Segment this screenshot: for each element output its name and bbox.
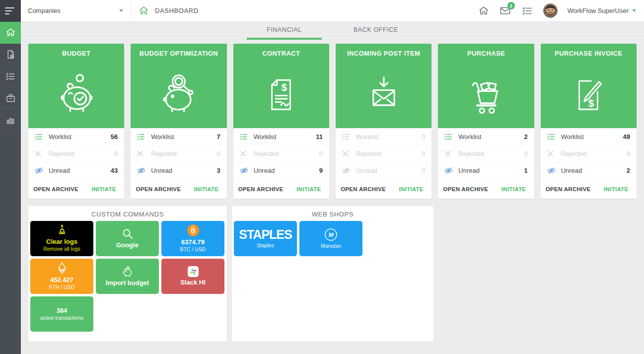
unread-row[interactable]: Unread 9 (233, 162, 329, 179)
worklist-row[interactable]: Worklist 2 (438, 128, 534, 145)
rejected-count: 0 (524, 150, 527, 157)
initiate-button[interactable]: INITIATE (288, 186, 329, 192)
card-footer: OPEN ARCHIVE INITIATE (233, 179, 329, 199)
sidebar-item-dashboard[interactable] (0, 22, 21, 44)
worklist-row[interactable]: Worklist 11 (233, 128, 329, 145)
unread-row[interactable]: Unread 3 (131, 162, 226, 179)
card-title: INCOMING POST ITEM (336, 50, 431, 57)
sidebar-item-new-document[interactable] (0, 44, 21, 66)
tile-google[interactable]: Google (96, 221, 159, 256)
messages-button[interactable]: 2 (500, 5, 511, 17)
home-button[interactable] (478, 5, 490, 17)
user-menu[interactable]: WorkFlow SuperUser (568, 7, 636, 14)
bar-chart-icon (5, 115, 15, 125)
tile-eth-rate[interactable]: 452.427 ETH / USD (30, 259, 93, 294)
open-archive-button[interactable]: OPEN ARCHIVE (233, 186, 288, 192)
open-archive-button[interactable]: OPEN ARCHIVE (28, 186, 83, 192)
worklist-row[interactable]: Worklist 56 (28, 128, 124, 145)
unread-row[interactable]: Unread 43 (28, 162, 124, 179)
rejected-row[interactable]: Rejected 0 (336, 145, 431, 162)
tile-slack-hi[interactable]: Slack HI (161, 259, 224, 294)
worklist-icon (240, 134, 248, 140)
card-purchase-invoice-header[interactable]: PURCHASE INVOICE $ (541, 44, 637, 128)
worklist-menu-button[interactable] (521, 5, 533, 17)
unread-count: 9 (319, 167, 323, 174)
unread-count: 0 (422, 167, 425, 174)
card-purchase-header[interactable]: PURCHASE (438, 44, 534, 128)
open-archive-button[interactable]: OPEN ARCHIVE (438, 186, 493, 192)
unread-eye-slash-icon (342, 167, 351, 174)
initiate-button[interactable]: INITIATE (391, 186, 431, 192)
tile-staples[interactable]: STAPLES Staples (234, 221, 297, 256)
initiate-button[interactable]: INITIATE (83, 186, 124, 192)
card-incoming-post-item: INCOMING POST ITEM (336, 44, 431, 199)
rejected-row[interactable]: Rejected 0 (131, 145, 226, 162)
avatar-photo (543, 3, 558, 18)
dashboard-app: Companies DASHBOARD 2 (0, 0, 644, 354)
tile-clear-logs[interactable]: Clear logs Remove all logs (30, 221, 93, 256)
checklist-icon (522, 5, 533, 16)
svg-text:$: $ (282, 82, 287, 93)
worklist-count: 2 (524, 133, 527, 141)
piggy-bank-magnifier-icon (155, 71, 203, 121)
card-budget-header[interactable]: BUDGET (28, 44, 124, 128)
invoice-pencil-icon: $ (566, 72, 611, 120)
unread-row[interactable]: Unread 2 (541, 162, 637, 179)
unread-eye-slash-icon (547, 167, 556, 174)
open-archive-button[interactable]: OPEN ARCHIVE (336, 186, 391, 192)
rejected-row[interactable]: Rejected 0 (233, 145, 329, 162)
tab-financial[interactable]: FINANCIAL (247, 22, 322, 40)
worklist-icon (547, 134, 556, 140)
tile-btc-rate[interactable]: B 6374.79 BTC / USD (161, 221, 224, 256)
lower-panels: CUSTOM COMMANDS Clear logs Remove all lo… (28, 206, 637, 342)
card-contract-header[interactable]: CONTRACT $ (233, 44, 329, 128)
rejected-row[interactable]: Rejected 0 (438, 145, 534, 162)
user-avatar[interactable] (543, 3, 558, 18)
worklist-row[interactable]: Worklist 7 (131, 128, 226, 145)
unread-count: 3 (216, 167, 220, 174)
unread-eye-slash-icon (137, 167, 145, 174)
bitcoin-icon: B (187, 224, 200, 237)
open-archive-button[interactable]: OPEN ARCHIVE (131, 186, 186, 192)
sidebar-item-worklist[interactable] (0, 66, 21, 87)
card-incoming-post-item-header[interactable]: INCOMING POST ITEM (336, 44, 431, 128)
card-title: CONTRACT (233, 50, 329, 57)
card-budget-optimization: BUDGET OPTIMIZATION (131, 44, 226, 199)
svg-text:B: B (190, 226, 195, 234)
unread-row[interactable]: Unread 0 (336, 162, 431, 179)
card-title: PURCHASE INVOICE (541, 50, 637, 57)
unread-row[interactable]: Unread 1 (438, 162, 534, 179)
svg-text:M: M (329, 232, 334, 238)
worklist-row[interactable]: Worklist 0 (336, 128, 431, 145)
card-budget: BUDGET (28, 44, 124, 199)
tab-back-office[interactable]: BACK OFFICE (334, 22, 418, 40)
card-title: PURCHASE (438, 50, 534, 57)
worklist-count: 49 (623, 133, 630, 141)
magnifier-icon (122, 228, 134, 240)
slack-icon (188, 266, 199, 277)
company-selector-dropdown[interactable]: Companies (21, 0, 131, 21)
initiate-button[interactable]: INITIATE (596, 186, 637, 192)
panel-title: CUSTOM COMMANDS (28, 206, 227, 221)
open-archive-button[interactable]: OPEN ARCHIVE (541, 186, 596, 192)
tile-import-budget[interactable]: Import budget (96, 259, 159, 294)
rejected-count: 0 (114, 150, 118, 157)
file-plus-icon (5, 49, 16, 60)
card-budget-optimization-header[interactable]: BUDGET OPTIMIZATION (131, 44, 226, 128)
rejected-icon (342, 150, 351, 157)
initiate-button[interactable]: INITIATE (493, 186, 534, 192)
worklist-row[interactable]: Worklist 49 (541, 128, 637, 145)
rejected-row[interactable]: Rejected 0 (541, 145, 637, 162)
sidebar-item-archive[interactable] (0, 87, 21, 109)
worklist-icon (444, 134, 453, 140)
rejected-row[interactable]: Rejected 0 (28, 145, 124, 162)
card-footer: OPEN ARCHIVE INITIATE (541, 179, 637, 199)
unread-count: 1 (524, 167, 527, 174)
tile-manutan[interactable]: M Manutan (299, 221, 362, 256)
initiate-button[interactable]: INITIATE (186, 186, 226, 192)
hamburger-menu-button[interactable] (0, 0, 21, 22)
rejected-icon (547, 150, 556, 157)
tile-active-transactions[interactable]: 384 active transactions (30, 296, 93, 332)
page-title: DASHBOARD (155, 7, 199, 14)
sidebar-item-reports[interactable] (0, 109, 21, 131)
